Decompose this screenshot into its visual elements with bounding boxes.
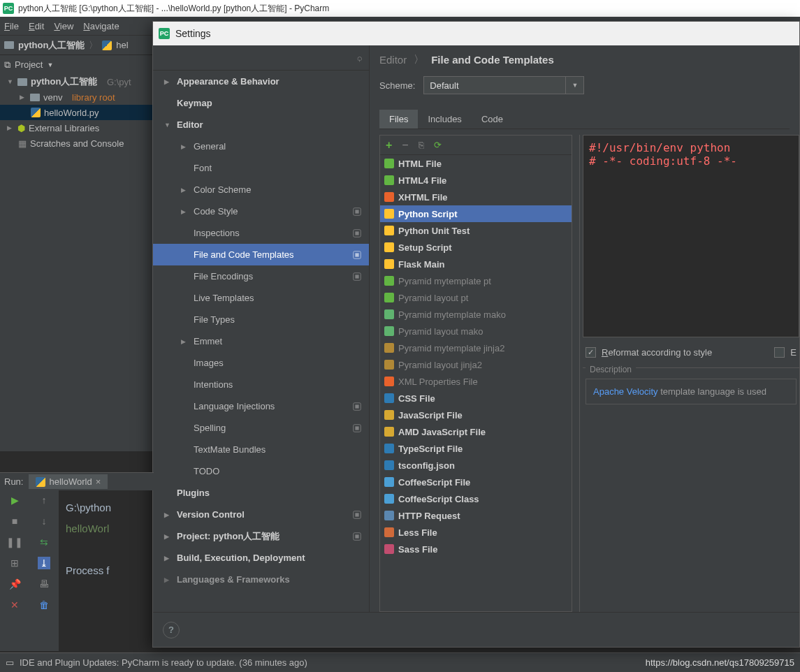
- nav-emmet[interactable]: ▶Emmet: [153, 330, 369, 352]
- template-item[interactable]: Python Unit Test: [380, 222, 572, 239]
- run-tool-window-header: Run: helloWorld ×: [0, 472, 154, 490]
- nav-editor[interactable]: ▼Editor: [153, 114, 369, 136]
- nav-font[interactable]: Font: [153, 157, 369, 179]
- help-icon[interactable]: ?: [163, 622, 180, 638]
- trash-icon[interactable]: 🗑: [38, 599, 50, 611]
- rerun-icon[interactable]: ▶: [8, 494, 21, 506]
- nav-langfw[interactable]: ▶Languages & Frameworks: [153, 569, 369, 590]
- project-scope-icon: [352, 272, 362, 282]
- soft-wrap-icon[interactable]: ⇆: [38, 536, 50, 548]
- scratches-icon: ▦: [18, 138, 27, 149]
- nav-encodings[interactable]: File Encodings: [153, 265, 369, 287]
- run-tab-helloworld[interactable]: helloWorld ×: [29, 474, 108, 489]
- template-item[interactable]: tsconfig.json: [380, 457, 572, 474]
- nav-inspections[interactable]: Inspections: [153, 222, 369, 244]
- nav-code-style[interactable]: ▶Code Style: [153, 200, 369, 222]
- enable-checkbox[interactable]: [774, 347, 785, 358]
- nav-appearance[interactable]: ▶Appearance & Behavior: [153, 71, 369, 92]
- stop-icon[interactable]: ■: [8, 515, 21, 527]
- template-item[interactable]: Sass File: [380, 541, 572, 557]
- remove-template-icon[interactable]: −: [402, 139, 408, 152]
- menu-view[interactable]: View: [54, 21, 73, 31]
- down-icon[interactable]: ↓: [38, 515, 50, 527]
- nav-file-templates[interactable]: File and Code Templates: [153, 244, 369, 265]
- tab-code[interactable]: Code: [472, 110, 513, 129]
- template-item[interactable]: Python Script: [380, 205, 572, 222]
- template-item[interactable]: JavaScript File: [380, 407, 572, 423]
- template-item[interactable]: Pyramid layout pt: [380, 289, 572, 306]
- template-item[interactable]: HTML File: [380, 155, 572, 172]
- nav-spelling[interactable]: Spelling: [153, 417, 369, 439]
- description-label: Description: [586, 365, 636, 374]
- add-template-icon[interactable]: +: [386, 139, 392, 152]
- file-type-icon: [384, 360, 394, 370]
- menu-file[interactable]: File: [4, 21, 19, 31]
- nav-build[interactable]: ▶Build, Execution, Deployment: [153, 547, 369, 569]
- pycharm-icon: PC: [3, 3, 14, 14]
- menu-navigate[interactable]: Navigate: [83, 21, 119, 31]
- settings-search-input[interactable]: [160, 52, 356, 63]
- template-item[interactable]: Pyramid layout mako: [380, 323, 572, 339]
- nav-keymap[interactable]: Keymap: [153, 92, 369, 114]
- copy-template-icon[interactable]: ⎘: [419, 140, 424, 150]
- tab-includes[interactable]: Includes: [418, 110, 471, 129]
- chevron-down-icon: ▼: [565, 77, 578, 94]
- tab-files[interactable]: Files: [379, 110, 418, 129]
- close-run-icon[interactable]: ✕: [8, 599, 21, 611]
- breadcrumb-file[interactable]: hel: [116, 40, 128, 50]
- template-item[interactable]: Pyramid mytemplate pt: [380, 272, 572, 289]
- library-icon: ⬢: [17, 123, 25, 133]
- nav-lang-inj[interactable]: Language Injections: [153, 395, 369, 417]
- template-item[interactable]: XML Properties File: [380, 373, 572, 390]
- scheme-dropdown[interactable]: Default ▼: [423, 76, 584, 94]
- template-item[interactable]: Flask Main: [380, 256, 572, 272]
- nav-intentions[interactable]: Intentions: [153, 374, 369, 395]
- template-item[interactable]: CSS File: [380, 390, 572, 407]
- nav-plugins[interactable]: Plugins: [153, 482, 369, 504]
- refresh-template-icon[interactable]: ⟳: [434, 140, 442, 150]
- scroll-icon[interactable]: ⤓: [38, 557, 50, 569]
- nav-vcs[interactable]: ▶Version Control: [153, 504, 369, 525]
- template-item[interactable]: CoffeeScript Class: [380, 490, 572, 507]
- folder-icon: [17, 78, 27, 86]
- dialog-footer: ?: [153, 612, 799, 647]
- nav-live-templates[interactable]: Live Templates: [153, 287, 369, 309]
- template-item[interactable]: Pyramid mytemplate jinja2: [380, 339, 572, 356]
- up-icon[interactable]: ↑: [38, 494, 50, 506]
- pause-icon[interactable]: ❚❚: [8, 536, 21, 548]
- template-item[interactable]: AMD JavaScript File: [380, 423, 572, 440]
- svg-rect-13: [355, 513, 358, 516]
- template-item[interactable]: TypeScript File: [380, 440, 572, 457]
- template-code-editor[interactable]: #!/usr/bin/env python # -*- coding:utf-8…: [583, 135, 799, 337]
- reformat-checkbox[interactable]: ✓: [586, 347, 596, 358]
- nav-project[interactable]: ▶Project: python人工智能: [153, 525, 369, 547]
- status-message[interactable]: IDE and Plugin Updates: PyCharm is ready…: [20, 657, 307, 668]
- nav-textmate[interactable]: TextMate Bundles: [153, 439, 369, 460]
- nav-file-types[interactable]: File Types: [153, 309, 369, 330]
- pin-icon[interactable]: 📌: [8, 578, 21, 590]
- template-item[interactable]: Pyramid layout jinja2: [380, 356, 572, 373]
- nav-color-scheme[interactable]: ▶Color Scheme: [153, 179, 369, 200]
- template-item[interactable]: HTML4 File: [380, 172, 572, 189]
- menu-edit[interactable]: Edit: [29, 21, 44, 31]
- nav-general[interactable]: ▶General: [153, 136, 369, 157]
- status-icon[interactable]: ▭: [6, 657, 14, 668]
- close-icon[interactable]: ×: [96, 476, 101, 487]
- apache-velocity-link[interactable]: Apache Velocity: [593, 386, 658, 397]
- dump-icon[interactable]: ⊞: [8, 557, 21, 569]
- template-item[interactable]: Setup Script: [380, 239, 572, 256]
- svg-rect-1: [355, 210, 358, 213]
- template-item[interactable]: HTTP Request: [380, 507, 572, 524]
- nav-images[interactable]: Images: [153, 352, 369, 374]
- nav-todo[interactable]: TODO: [153, 460, 369, 482]
- template-item[interactable]: Less File: [380, 524, 572, 541]
- print-icon[interactable]: 🖶: [38, 578, 50, 590]
- settings-search[interactable]: ⌕: [153, 45, 369, 71]
- project-scope-icon: [352, 228, 362, 238]
- template-item[interactable]: Pyramid mytemplate mako: [380, 306, 572, 323]
- template-item[interactable]: CoffeeScript File: [380, 474, 572, 490]
- project-dropdown-icon[interactable]: ▼: [47, 61, 53, 68]
- breadcrumb-root[interactable]: python人工智能: [18, 39, 85, 52]
- template-item[interactable]: XHTML File: [380, 189, 572, 205]
- project-label[interactable]: Project: [15, 59, 43, 70]
